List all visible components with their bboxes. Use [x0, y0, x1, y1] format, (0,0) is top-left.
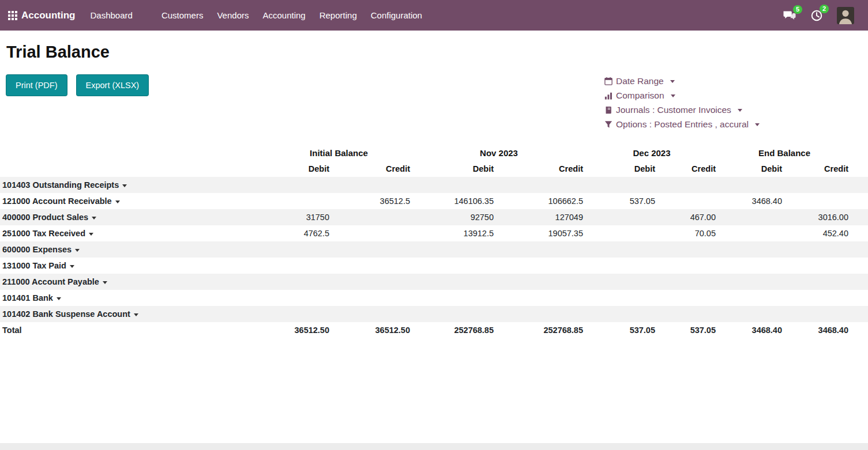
amount-cell [332, 241, 412, 258]
caret-down-icon [122, 184, 127, 187]
amount-cell [332, 177, 412, 193]
nav-item-configuration[interactable]: Configuration [364, 0, 429, 31]
amount-cell [718, 290, 784, 306]
account-toggle-131000-tax-paid[interactable]: 131000 Tax Paid [0, 258, 265, 274]
amount-cell [784, 290, 851, 306]
spacer-cell [851, 145, 868, 161]
account-toggle-400000-product-sales[interactable]: 400000 Product Sales [0, 209, 265, 225]
caret-down-icon [115, 201, 120, 203]
trial-balance-table: Initial BalanceNov 2023Dec 2023End Balan… [0, 145, 868, 338]
amount-cell [657, 274, 718, 290]
print-pdf-button[interactable]: Print (PDF) [6, 74, 67, 96]
journals-filter[interactable]: Journals : Customer Invoices [604, 104, 760, 116]
col-head-4-debit: Debit [585, 161, 657, 177]
amount-cell: 31750 [265, 209, 332, 225]
amount-cell [265, 177, 332, 193]
messages-button[interactable]: 5 [783, 10, 796, 21]
nav-item-reporting[interactable]: Reporting [313, 0, 364, 31]
amount-cell: 537.05 [585, 193, 657, 209]
amount-cell [412, 290, 496, 306]
amount-cell [784, 241, 851, 258]
user-avatar[interactable] [837, 7, 854, 24]
amount-cell [657, 290, 718, 306]
amount-cell [412, 258, 496, 274]
column-group-initial-balance: Initial Balance [265, 145, 412, 161]
filter-icon [604, 120, 613, 128]
comparison-filter[interactable]: Comparison [604, 89, 760, 102]
amount-cell [657, 258, 718, 274]
avatar-image [837, 7, 854, 24]
amount-cell [332, 209, 412, 225]
amount-cell [784, 193, 851, 209]
table-row: 251000 Tax Received4762.513912.519057.35… [0, 225, 868, 241]
table-row: 131000 Tax Paid [0, 258, 868, 274]
amount-cell: 467.00 [657, 209, 718, 225]
amount-cell: 36512.50 [265, 322, 332, 338]
filter-label: Date Range [616, 75, 664, 88]
caret-down-icon [755, 123, 760, 126]
amount-cell: 3468.40 [718, 193, 784, 209]
amount-cell [585, 225, 657, 241]
amount-cell [784, 258, 851, 274]
filter-label: Journals : Customer Invoices [616, 104, 731, 116]
column-group-dec-2023: Dec 2023 [585, 145, 718, 161]
nav-item-customers[interactable]: Customers [155, 0, 211, 31]
amount-cell: 537.05 [585, 322, 657, 338]
account-toggle-101403-outstanding-receipts[interactable]: 101403 Outstanding Receipts [0, 177, 265, 193]
calendar-icon [604, 77, 613, 85]
spacer-cell [851, 209, 868, 225]
spacer-cell [851, 306, 868, 322]
col-head-0-debit: Debit [265, 161, 332, 177]
nav-item-vendors[interactable]: Vendors [210, 0, 255, 31]
amount-cell [265, 241, 332, 258]
options-filter[interactable]: Options : Posted Entries , accural [604, 118, 760, 131]
amount-cell [332, 274, 412, 290]
spacer-cell [851, 322, 868, 338]
nav-menu: DashboardCustomersVendorsAccountingRepor… [84, 0, 429, 31]
activities-badge: 2 [820, 5, 829, 13]
filter-label: Comparison [616, 89, 664, 102]
column-group-end-balance: End Balance [718, 145, 851, 161]
page-title: Trial Balance [0, 31, 868, 62]
account-label: 101402 Bank Suspense Account [2, 309, 130, 319]
amount-cell [265, 290, 332, 306]
amount-cell: 452.40 [784, 225, 851, 241]
spacer-cell [851, 258, 868, 274]
nav-item-accounting[interactable]: Accounting [255, 0, 312, 31]
app-menu-button[interactable]: Accounting [8, 10, 76, 21]
total-row: Total36512.5036512.50252768.85252768.855… [0, 322, 868, 338]
account-label: 121000 Account Receivable [2, 196, 112, 206]
caret-down-icon [89, 233, 93, 236]
amount-cell [718, 209, 784, 225]
amount-cell [412, 241, 496, 258]
account-toggle-600000-expenses[interactable]: 600000 Expenses [0, 241, 265, 258]
account-toggle-121000-account-receivable[interactable]: 121000 Account Receivable [0, 193, 265, 209]
account-toggle-251000-tax-received[interactable]: 251000 Tax Received [0, 225, 265, 241]
table-body: 101403 Outstanding Receipts121000 Accoun… [0, 177, 868, 338]
account-toggle-101401-bank[interactable]: 101401 Bank [0, 290, 265, 306]
table-row: 211000 Account Payable [0, 274, 868, 290]
amount-cell [718, 225, 784, 241]
account-toggle-211000-account-payable[interactable]: 211000 Account Payable [0, 274, 265, 290]
account-toggle-101402-bank-suspense-account[interactable]: 101402 Bank Suspense Account [0, 306, 265, 322]
amount-cell [657, 177, 718, 193]
amount-cell [496, 290, 585, 306]
amount-cell [412, 306, 496, 322]
amount-cell [585, 258, 657, 274]
spacer-cell [851, 225, 868, 241]
activities-button[interactable]: 2 [810, 9, 823, 22]
amount-cell [718, 241, 784, 258]
messages-badge: 5 [793, 5, 802, 14]
account-label: 251000 Tax Received [2, 229, 85, 238]
date-range-filter[interactable]: Date Range [604, 75, 760, 88]
amount-cell: 3016.00 [784, 209, 851, 225]
export-xlsx-button[interactable]: Export (XLSX) [76, 74, 149, 96]
nav-item-dashboard[interactable]: Dashboard [84, 0, 140, 31]
spacer-cell [0, 161, 265, 177]
caret-down-icon [738, 109, 742, 112]
spacer-cell [0, 145, 265, 161]
amount-cell [718, 306, 784, 322]
account-label: 101403 Outstanding Receipts [2, 180, 119, 190]
amount-cell: 19057.35 [496, 225, 585, 241]
amount-cell [585, 306, 657, 322]
